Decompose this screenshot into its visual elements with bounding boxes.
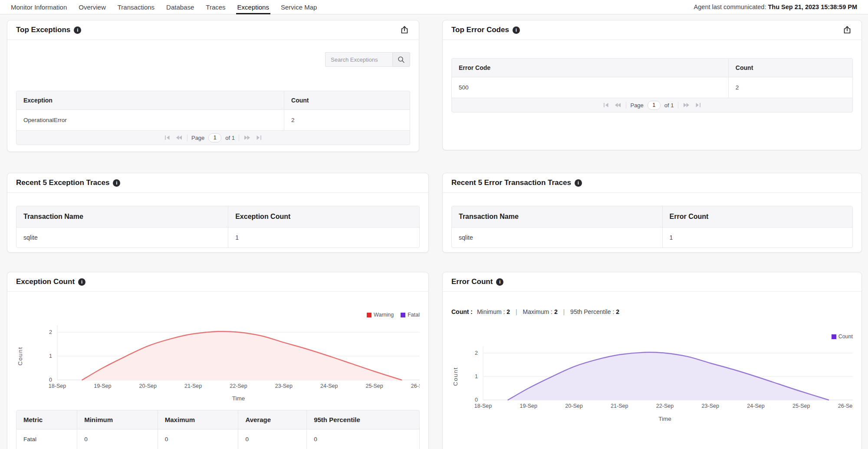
- last-page-icon[interactable]: [694, 102, 702, 108]
- svg-text:2: 2: [49, 329, 52, 335]
- stats-max-label: Maximum :: [523, 308, 552, 315]
- table-row[interactable]: OperationalError 2: [16, 110, 410, 130]
- page-label: Page: [191, 135, 204, 141]
- card-title-top-error-codes: Top Error Codes: [451, 26, 509, 34]
- column-header-exception-count: Exception Count: [228, 206, 419, 228]
- exception-count-chart[interactable]: 01218-Sep19-Sep20-Sep21-Sep22-Sep23-Sep2…: [16, 320, 420, 403]
- svg-text:1: 1: [49, 353, 52, 359]
- exception-count-cell: 2: [284, 110, 410, 130]
- tab-traces[interactable]: Traces: [206, 0, 225, 14]
- legend-warning[interactable]: Warning: [367, 312, 394, 318]
- search-input[interactable]: [325, 52, 392, 67]
- stats-p95-label: 95th Percentile :: [570, 308, 614, 315]
- svg-text:23-Sep: 23-Sep: [275, 383, 293, 389]
- svg-text:21-Sep: 21-Sep: [611, 403, 628, 409]
- first-page-icon[interactable]: [602, 102, 610, 108]
- tab-overview[interactable]: Overview: [79, 0, 106, 14]
- legend-label: Fatal: [408, 312, 420, 318]
- transaction-name-cell: sqlite: [452, 228, 662, 248]
- top-error-codes-table: Error Code Count 500 2: [451, 58, 853, 98]
- of-label: of 1: [664, 102, 674, 109]
- prev-page-icon[interactable]: [175, 135, 183, 140]
- svg-text:26-Sep: 26-Sep: [411, 383, 420, 389]
- agent-label: Agent last communicated:: [694, 3, 766, 10]
- svg-text:25-Sep: 25-Sep: [365, 383, 383, 389]
- svg-text:23-Sep: 23-Sep: [702, 403, 719, 409]
- recent-error-traces-table: Transaction Name Error Count sqlite 1: [451, 206, 853, 248]
- first-page-icon[interactable]: [164, 135, 171, 140]
- exception-name-cell: OperationalError: [16, 110, 284, 130]
- info-icon[interactable]: i: [575, 179, 582, 187]
- tab-database[interactable]: Database: [166, 0, 194, 14]
- page-number-input[interactable]: [648, 101, 661, 110]
- top-error-codes-card: Top Error Codes i Error Code Count 500 2: [442, 20, 862, 150]
- export-icon[interactable]: [842, 24, 853, 36]
- exception-count-card: Exception Count i Warning Fatal 01218-Se…: [7, 272, 429, 449]
- divider: [239, 134, 239, 141]
- column-header-error-code: Error Code: [452, 59, 728, 77]
- exception-metrics-table: Metric Minimum Maximum Average 95th Perc…: [16, 410, 420, 449]
- legend-fatal[interactable]: Fatal: [401, 312, 420, 318]
- table-row[interactable]: sqlite 1: [16, 228, 419, 248]
- tab-exceptions[interactable]: Exceptions: [237, 0, 269, 14]
- last-page-icon[interactable]: [255, 135, 263, 140]
- legend-count[interactable]: Count: [832, 333, 853, 340]
- svg-text:22-Sep: 22-Sep: [230, 383, 247, 389]
- average-cell: 0: [238, 429, 306, 449]
- table-row[interactable]: sqlite 1: [452, 228, 852, 248]
- error-count-cell: 1: [662, 228, 852, 248]
- svg-text:22-Sep: 22-Sep: [656, 403, 674, 409]
- error-code-cell: 500: [452, 77, 728, 98]
- export-icon[interactable]: [399, 24, 410, 36]
- svg-text:1: 1: [475, 373, 478, 380]
- column-header-metric: Metric: [16, 410, 77, 429]
- divider: [678, 102, 678, 109]
- top-exceptions-table: Exception Count OperationalError 2: [16, 91, 410, 130]
- column-header-transaction-name: Transaction Name: [452, 206, 662, 228]
- nav-tabs: Monitor Information Overview Transaction…: [11, 0, 317, 14]
- svg-text:0: 0: [475, 397, 478, 403]
- error-count-chart[interactable]: 01218-Sep19-Sep20-Sep21-Sep22-Sep23-Sep2…: [451, 342, 853, 430]
- svg-text:Count: Count: [452, 367, 459, 386]
- error-count-cell: 2: [728, 77, 852, 98]
- tab-monitor-information[interactable]: Monitor Information: [11, 0, 67, 14]
- next-page-icon[interactable]: [682, 102, 690, 108]
- svg-text:25-Sep: 25-Sep: [792, 403, 810, 409]
- svg-text:21-Sep: 21-Sep: [184, 383, 202, 389]
- recent-exception-traces-table: Transaction Name Exception Count sqlite …: [16, 206, 420, 248]
- svg-text:24-Sep: 24-Sep: [747, 403, 764, 409]
- svg-text:2: 2: [475, 350, 478, 356]
- of-label: of 1: [225, 135, 235, 141]
- table-row[interactable]: 500 2: [452, 77, 852, 98]
- next-page-icon[interactable]: [243, 135, 251, 140]
- info-icon[interactable]: i: [513, 26, 520, 34]
- column-header-minimum: Minimum: [77, 410, 158, 429]
- exception-count-cell: 1: [228, 228, 419, 248]
- transaction-name-cell: sqlite: [16, 228, 228, 248]
- svg-text:18-Sep: 18-Sep: [474, 403, 492, 409]
- tab-transactions[interactable]: Transactions: [118, 0, 155, 14]
- svg-text:Count: Count: [17, 347, 23, 366]
- info-icon[interactable]: i: [74, 26, 81, 34]
- agent-time: Thu Sep 21, 2023 15:38:59 PM: [768, 3, 857, 10]
- prev-page-icon[interactable]: [614, 102, 622, 108]
- search-exceptions-box: [325, 52, 410, 67]
- metric-cell: Fatal: [16, 429, 77, 449]
- column-header-count: Count: [728, 59, 852, 77]
- chart-stats: Count : Minimum : 2 | Maximum : 2 | 95th…: [451, 308, 853, 315]
- agent-last-communicated: Agent last communicated: Thu Sep 21, 202…: [694, 3, 857, 10]
- percentile-cell: 0: [306, 429, 419, 449]
- column-header-exception: Exception: [16, 91, 284, 110]
- info-icon[interactable]: i: [496, 278, 503, 286]
- stats-max-value: 2: [554, 308, 558, 315]
- recent-error-transaction-traces-card: Recent 5 Error Transaction Traces i Tran…: [442, 173, 862, 253]
- error-count-card: Error Count i Count : Minimum : 2 | Maxi…: [442, 272, 862, 449]
- maximum-cell: 0: [158, 429, 238, 449]
- search-icon[interactable]: [392, 52, 410, 67]
- info-icon[interactable]: i: [113, 179, 120, 187]
- info-icon[interactable]: i: [78, 278, 85, 286]
- minimum-cell: 0: [77, 429, 158, 449]
- column-header-transaction-name: Transaction Name: [16, 206, 228, 228]
- page-number-input[interactable]: [208, 133, 221, 142]
- tab-service-map[interactable]: Service Map: [281, 0, 317, 14]
